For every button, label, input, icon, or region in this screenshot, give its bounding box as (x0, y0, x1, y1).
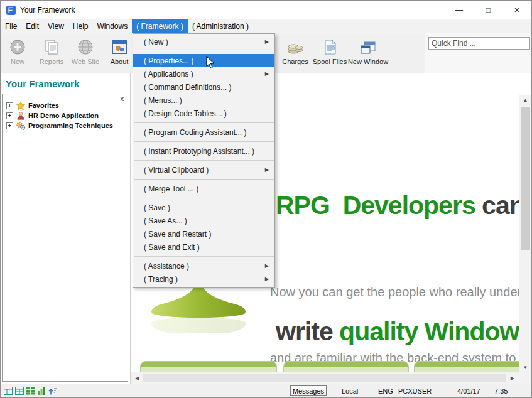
scroll-left-icon[interactable]: ◀ (135, 375, 139, 381)
menu-file[interactable]: File (1, 19, 21, 33)
vertical-scrollbar[interactable]: ▲ ▼ (519, 95, 531, 373)
horizontal-scrollbar[interactable]: ◀ ▶ (131, 372, 519, 384)
grid-view-icon[interactable] (15, 387, 24, 396)
spool-files-icon (320, 38, 339, 56)
navigation-tree: + Favorites + HR Demo Application + (3, 94, 128, 131)
menu-item-new[interactable]: ( New ) ▶ (133, 35, 274, 48)
minimize-button[interactable]: — (445, 1, 474, 19)
status-language: ENG (378, 387, 393, 395)
menu-separator (134, 179, 274, 180)
menu-item-applications[interactable]: ( Applications ) ▶ (133, 67, 274, 80)
submenu-arrow-icon: ▶ (265, 39, 269, 45)
menu-administration[interactable]: ( Administration ) (188, 19, 253, 33)
website-globe-icon (76, 38, 95, 56)
maximize-button[interactable]: □ (474, 1, 502, 19)
menu-item-virtual-clipboard[interactable]: ( Virtual Clipboard ) ▶ (133, 163, 274, 176)
new-window-button[interactable]: New Window (347, 33, 389, 73)
scroll-up-icon[interactable]: ▲ (519, 95, 531, 105)
menu-item-command-definitions[interactable]: ( Command Definitions... ) (133, 80, 274, 94)
menu-separator (134, 160, 274, 161)
submenu-arrow-icon: ▶ (265, 71, 269, 77)
board-icon[interactable] (26, 387, 35, 396)
messages-button[interactable]: Messages (290, 385, 327, 396)
window-title: Your Framework (20, 6, 75, 14)
menu-view[interactable]: View (43, 19, 68, 33)
quick-find-input[interactable] (428, 37, 530, 50)
menu-bar: File Edit View Help Windows ( Framework … (1, 19, 531, 33)
charges-coins-icon (286, 38, 305, 56)
list-view-icon[interactable] (4, 387, 13, 396)
status-date: 4/01/17 (457, 387, 480, 395)
feature-card-header (415, 362, 523, 367)
app-icon[interactable] (6, 5, 16, 16)
sort-arrow-icon[interactable] (48, 387, 57, 396)
app-window: Your Framework — □ ✕ File Edit View Help… (0, 0, 532, 398)
vertical-scroll-thumb[interactable] (521, 107, 530, 250)
feature-card-header (284, 362, 408, 367)
tree-item-favorites[interactable]: + Favorites (6, 100, 128, 110)
feature-card-header (141, 362, 276, 367)
sidebar-title: Your Framework (1, 73, 130, 89)
tree-expander-icon[interactable]: + (6, 122, 13, 129)
menu-item-design-code-tables[interactable]: ( Design Code Tables... ) (133, 107, 274, 120)
menu-separator (134, 198, 274, 198)
about-button[interactable]: About (102, 33, 136, 73)
status-bar: Messages Local ENG PCXUSER 4/01/17 7:35 (1, 384, 531, 397)
menu-item-tracing[interactable]: ( Tracing ) ▶ (133, 272, 274, 286)
menu-item-save-as[interactable]: ( Save As... ) (133, 214, 274, 227)
web-site-button[interactable]: Web Site (68, 33, 102, 73)
menu-item-menus[interactable]: ( Menus... ) (133, 94, 274, 107)
menu-framework[interactable]: ( Framework ) (132, 19, 188, 33)
menu-item-program-coding-assistant[interactable]: ( Program Coding Assistant... ) (133, 126, 274, 139)
menu-edit[interactable]: Edit (21, 19, 43, 33)
window-controls: — □ ✕ (445, 1, 531, 19)
title-bar: Your Framework — □ ✕ (1, 1, 531, 19)
new-icon (8, 38, 27, 56)
about-icon (110, 38, 129, 56)
person-icon (16, 111, 26, 121)
menu-separator (134, 122, 274, 123)
navigation-tree-panel: x + Favorites + HR Demo Application (2, 94, 128, 382)
menu-item-save-and-restart[interactable]: ( Save and Restart ) (133, 227, 274, 240)
menu-separator (134, 51, 274, 51)
sidebar: Your Framework x + Favorites + HR Demo A… (1, 73, 131, 384)
status-bar-icons (4, 387, 57, 396)
menu-separator (134, 141, 274, 142)
status-region: Local (342, 387, 358, 395)
tree-item-label: HR Demo Application (28, 112, 99, 119)
tree-expander-icon[interactable]: + (6, 112, 13, 119)
menu-item-instant-prototyping-assistant[interactable]: ( Instant Prototyping Assistant... ) (133, 144, 274, 158)
status-time: 7:35 (494, 387, 508, 395)
menu-help[interactable]: Help (68, 19, 93, 33)
new-button[interactable]: New (1, 33, 35, 73)
paragraph-line: Now you can get the people who really un… (270, 281, 531, 303)
close-button[interactable]: ✕ (502, 1, 531, 19)
spool-files-button[interactable]: Spool Files (312, 33, 347, 73)
scrollbar-corner (519, 372, 531, 384)
tree-expander-icon[interactable]: + (6, 102, 13, 109)
tree-item-label: Programming Techniques (28, 122, 113, 129)
tree-item-hr-demo-application[interactable]: + HR Demo Application (6, 110, 128, 121)
scroll-right-icon[interactable]: ▶ (511, 375, 514, 381)
panel-close-icon[interactable]: x (121, 94, 124, 103)
menu-item-merge-tool[interactable]: ( Merge Tool ... ) (133, 182, 274, 195)
new-window-icon (359, 38, 377, 56)
horizontal-scroll-thumb[interactable] (143, 374, 506, 382)
reports-button[interactable]: Reports (35, 33, 68, 73)
mouse-cursor (206, 56, 215, 72)
reports-icon (42, 38, 61, 56)
headline-line-1: RPG Developers can (276, 185, 531, 227)
tree-item-programming-techniques[interactable]: + Programming Techniques (6, 121, 128, 131)
bar-chart-icon[interactable] (37, 387, 46, 396)
menu-windows[interactable]: Windows (93, 19, 133, 33)
menu-item-properties[interactable]: ( Properties... ) (133, 54, 274, 67)
menu-item-save-and-exit[interactable]: ( Save and Exit ) (133, 240, 274, 254)
menu-item-save[interactable]: ( Save ) (133, 201, 274, 214)
tree-item-label: Favorites (28, 102, 59, 109)
framework-dropdown-menu: ( New ) ▶ ( Properties... ) ( Applicatio… (133, 33, 275, 288)
submenu-arrow-icon: ▶ (265, 167, 269, 173)
charges-button[interactable]: Charges (278, 33, 312, 73)
gears-icon (16, 121, 26, 131)
quick-find-panel (425, 33, 531, 73)
menu-item-assistance[interactable]: ( Assistance ) ▶ (133, 259, 274, 272)
